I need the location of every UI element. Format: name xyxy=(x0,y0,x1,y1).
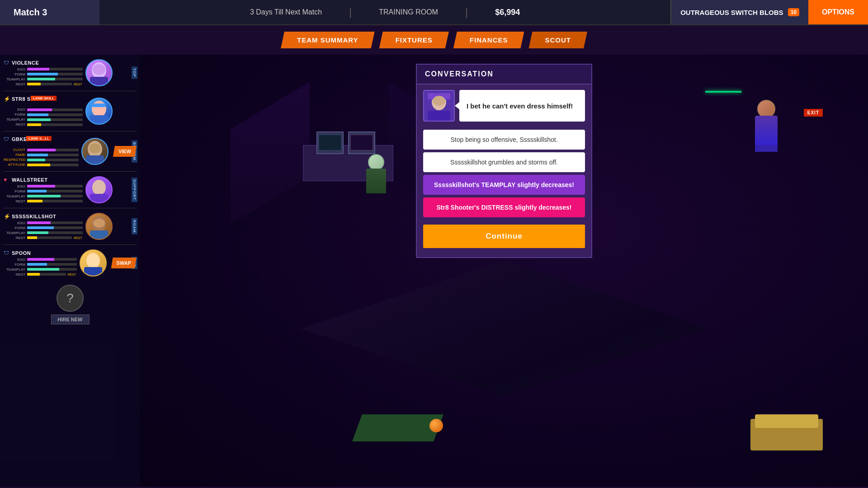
lane-skill-tag-2: LANE S...LL xyxy=(26,136,52,141)
lane-skill-tag: LANE SKILL xyxy=(31,96,57,101)
hire-section: ? HIRE NEW xyxy=(4,285,137,324)
svg-point-12 xyxy=(93,219,105,228)
player-info-str8shooter: ⚡ STR8 SHOOTER LANE SKILL EGO FORM TEAMP… xyxy=(4,96,83,127)
player-info-spoon: 🛡 SPOON EGO FORM TEAMPLAY RESTREST xyxy=(4,250,77,277)
heart-icon: ♥ xyxy=(4,177,10,183)
continue-button[interactable]: Continue xyxy=(423,225,585,248)
unknown-avatar: ? xyxy=(57,285,84,312)
outrageous-switch-blobs[interactable]: OUTRAGEOUS SWITCH BLOBS 10 xyxy=(670,0,808,24)
nav-tabs: TEAM SUMMARY FIXTURES FINANCES SCOUT xyxy=(0,25,868,55)
hire-new-button[interactable]: HIRE NEW xyxy=(51,314,90,324)
separator-2: | xyxy=(465,6,468,19)
tab-finances[interactable]: FINANCES xyxy=(453,32,524,48)
svg-rect-8 xyxy=(86,155,104,164)
tab-scout[interactable]: SCOUT xyxy=(528,32,587,48)
stat-bars-violence: EGO FORM TEAMPLAY RESTREST xyxy=(4,67,83,86)
svg-rect-4 xyxy=(92,103,106,107)
message-distress-decrease: Str8 Shooter's DISTRESS slightly decreas… xyxy=(423,197,585,217)
player-row-spoon: 🛡 SPOON EGO FORM TEAMPLAY RESTREST TOP S… xyxy=(4,249,137,277)
stat-bars-ssssskillshot: EGO FORM TEAMPLAY RESTREST xyxy=(4,221,83,240)
player-row-ssssskillshot: ⚡ SSSSSKILLSHOT EGO FORM TEAMPLAY RESTRE… xyxy=(4,213,137,240)
message-grumbles: Ssssskillshot grumbles and storms off. xyxy=(423,152,585,172)
player-info-gbkeeper: 🛡 GBKEEPER LANE S...LL CLOUT FAME RESPEC… xyxy=(4,136,79,167)
player-name-row: 🛡 SPOON xyxy=(4,250,77,256)
outrageous-label: OUTRAGEOUS SWITCH BLOBS xyxy=(680,9,783,16)
tab-fixtures[interactable]: FIXTURES xyxy=(379,32,449,48)
player-name-violence: VIOLENCE xyxy=(12,60,39,66)
conversation-bubble-area: I bet he can't even dress himself! xyxy=(417,84,591,127)
conversation-header: CONVERSATION xyxy=(417,65,591,84)
separator-1: | xyxy=(349,6,352,19)
conversation-title: CONVERSATION xyxy=(425,70,494,78)
stat-bars-gbkeeper: CLOUT FAME RESPECTED ATTITUDE xyxy=(4,148,79,167)
stat-bars-str8: EGO FORM TEAMPLAY REST xyxy=(4,108,83,127)
player-row-gbkeeper: 🛡 GBKEEPER LANE S...LL CLOUT FAME RESPEC… xyxy=(4,136,137,167)
side-label-wallstreet: SUPPORT xyxy=(132,178,137,202)
continue-label: Continue xyxy=(486,232,523,240)
swap-button[interactable]: SWAP xyxy=(111,258,137,268)
modal-overlay: CONVERSATION I bet he can't even dr xyxy=(140,55,868,487)
side-label-violence: TOP xyxy=(132,66,137,79)
player-name-row: ♥ WALLSTREET xyxy=(4,177,83,183)
options-button[interactable]: OPTIONS xyxy=(808,0,868,24)
player-info-wallstreet: ♥ WALLSTREET EGO FORM TEAMPLAY REST xyxy=(4,177,83,203)
side-label-ssssskillshot: ROAM xyxy=(132,218,137,235)
speaker-avatar xyxy=(423,90,455,122)
tab-team-summary[interactable]: TEAM SUMMARY xyxy=(281,32,375,48)
training-room-label: TRAINING ROOM xyxy=(379,8,438,16)
svg-rect-20 xyxy=(428,111,450,121)
player-row-violence: 🛡 VIOLENCE EGO FORM TEAMPLAY RESTREST TO… xyxy=(4,59,137,86)
stat-bars-spoon: EGO FORM TEAMPLAY RESTREST xyxy=(4,258,77,277)
match-label: Match 3 xyxy=(0,0,99,24)
shield-icon-2: 🛡 xyxy=(4,136,10,142)
speaker-quote: I bet he can't even dress himself! xyxy=(467,102,573,110)
options-label: OPTIONS xyxy=(822,8,854,16)
main-layout: 🛡 VIOLENCE EGO FORM TEAMPLAY RESTREST TO… xyxy=(0,55,868,487)
top-bar-right: OUTRAGEOUS SWITCH BLOBS 10 OPTIONS xyxy=(670,0,868,24)
player-name-spoon: SPOON xyxy=(12,250,31,256)
svg-rect-15 xyxy=(84,267,102,276)
top-bar: Match 3 3 Days Till Next Match | TRAININ… xyxy=(0,0,868,25)
player-name-row: 🛡 VIOLENCE xyxy=(4,60,83,66)
match-text: Match 3 xyxy=(14,7,47,18)
left-panel: 🛡 VIOLENCE EGO FORM TEAMPLAY RESTREST TO… xyxy=(0,55,140,487)
conversation-modal: CONVERSATION I bet he can't even dr xyxy=(416,64,592,258)
shield-icon: 🛡 xyxy=(4,60,10,66)
player-name-ssssskillshot: SSSSSKILLSHOT xyxy=(12,214,56,219)
svg-rect-5 xyxy=(90,115,108,124)
bolt-icon-2: ⚡ xyxy=(4,213,10,220)
game-background: EXIT CONVERSATION xyxy=(140,55,868,487)
player-info-violence: 🛡 VIOLENCE EGO FORM TEAMPLAY RESTREST xyxy=(4,60,83,86)
player-info-ssssskillshot: ⚡ SSSSSKILLSHOT EGO FORM TEAMPLAY RESTRE… xyxy=(4,213,83,240)
shield-icon-3: 🛡 xyxy=(4,250,10,256)
days-till-match: 3 Days Till Next Match xyxy=(250,8,322,16)
view-button[interactable]: VIEW xyxy=(113,146,137,157)
avatar-gbkeeper xyxy=(81,138,108,165)
avatar-spoon xyxy=(80,249,107,277)
top-bar-center: 3 Days Till Next Match | TRAINING ROOM |… xyxy=(99,6,670,19)
message-teamplay-decrease: Ssssskillshot's TEAMPLAY slightly decrea… xyxy=(423,175,585,195)
svg-point-3 xyxy=(92,101,106,117)
svg-rect-2 xyxy=(90,77,108,85)
player-name-wallstreet: WALLSTREET xyxy=(12,177,48,183)
svg-point-14 xyxy=(86,253,100,268)
avatar-violence xyxy=(85,59,113,86)
player-name-row: ⚡ SSSSSKILLSHOT xyxy=(4,213,83,220)
svg-rect-13 xyxy=(90,230,108,239)
svg-point-9 xyxy=(92,180,106,195)
avatar-str8shooter xyxy=(85,98,113,125)
player-row-wallstreet: ♥ WALLSTREET EGO FORM TEAMPLAY REST SUPP… xyxy=(4,176,137,203)
stat-bars-wallstreet: EGO FORM TEAMPLAY REST xyxy=(4,184,83,203)
message-stop-offensive: Stop being so offensive, Ssssskillshot. xyxy=(423,130,585,150)
svg-point-19 xyxy=(433,96,445,106)
speech-bubble: I bet he can't even dress himself! xyxy=(459,90,585,122)
svg-point-7 xyxy=(89,143,101,153)
svg-point-1 xyxy=(93,64,105,75)
svg-rect-10 xyxy=(90,194,108,202)
avatar-wallstreet xyxy=(85,176,113,203)
money-display: $6,994 xyxy=(495,8,520,17)
hire-new-label: HIRE NEW xyxy=(58,317,83,322)
player-row-str8shooter: ⚡ STR8 SHOOTER LANE SKILL EGO FORM TEAMP… xyxy=(4,96,137,127)
bolt-icon: ⚡ xyxy=(4,96,10,102)
avatar-ssssskillshot xyxy=(85,213,113,240)
